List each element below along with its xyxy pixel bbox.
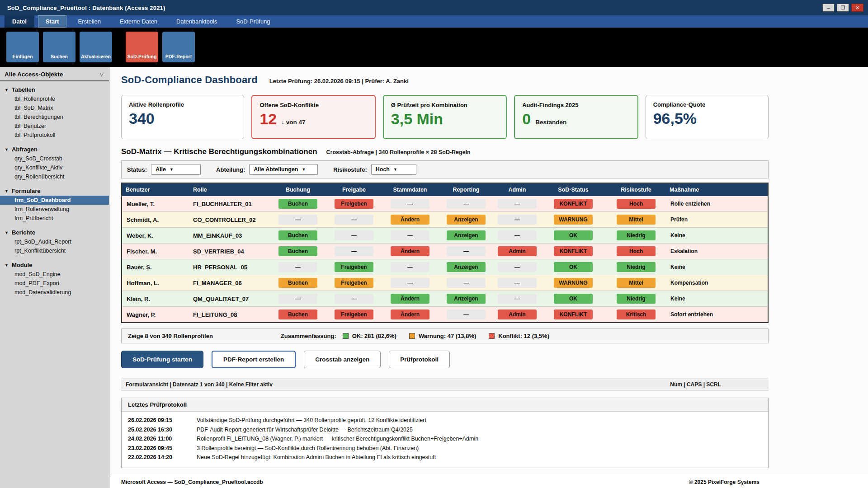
action-button[interactable]: SoD-Prüfung starten (121, 351, 203, 368)
nav-pane-header[interactable]: Alle Access-Objekte ▽ (0, 68, 109, 81)
kpi-label: Ø Prüfzeit pro Kombination (391, 102, 499, 108)
ribbon-tab[interactable]: Externe Daten (112, 15, 165, 28)
table-cell: — (382, 196, 438, 212)
cell-value: WARNUNG (554, 215, 593, 225)
nav-item[interactable]: tbl_Benutzer (0, 122, 109, 131)
ribbon-tab[interactable]: Start (38, 15, 67, 28)
nav-item[interactable]: rpt_Konfliktübersicht (0, 246, 109, 255)
cell-value: FI_MANAGER_06 (193, 280, 242, 286)
table-cell: Kompensation (666, 275, 768, 291)
ribbon-tab[interactable]: Erstellen (70, 15, 108, 28)
table-cell: Weber, K. (122, 228, 189, 244)
nav-group-header[interactable]: ▼ Module (0, 260, 109, 270)
table-row[interactable]: Klein, R. QM_QUALITAET_07 — (122, 291, 768, 307)
column-header[interactable]: Admin (494, 183, 540, 196)
ribbon-button[interactable]: PDF-Report (162, 32, 195, 62)
nav-items: mod_SoD_Engine mod_PDF_Export mod_Datenv… (0, 270, 109, 297)
nav-item[interactable]: qry_Rollenübersicht (0, 172, 109, 181)
table-cell: — (382, 259, 438, 275)
column-header[interactable]: SoD-Status (540, 183, 606, 196)
nav-item[interactable]: rpt_SoD_Audit_Report (0, 237, 109, 246)
nav-group-label: Formulare (12, 188, 41, 194)
column-header[interactable]: Stammdaten (382, 183, 438, 196)
column-header[interactable]: Rolle (189, 183, 270, 196)
table-row[interactable]: Fischer, M. SD_VERTRIEB_04 Buchen (122, 244, 768, 259)
cell-value: Freigeben (335, 199, 373, 209)
column-header[interactable]: Freigabe (326, 183, 382, 196)
ribbon-button[interactable]: Aktualisieren (80, 32, 112, 62)
column-header[interactable]: Maßnahme (666, 183, 768, 196)
filter-dropdown[interactable]: Alle ▼ (151, 164, 201, 175)
nav-item[interactable]: mod_Datenvalidierung (0, 288, 109, 297)
log-entry-date: 22.02.2026 14:20 (128, 453, 197, 462)
nav-item[interactable]: tbl_SoD_Matrix (0, 103, 109, 113)
cell-value: Niedrig (617, 262, 656, 272)
log-entry: 26.02.2026 09:15 Vollständige SoD-Prüfun… (128, 416, 762, 425)
ribbon-button[interactable]: Einfügen (6, 32, 39, 62)
nav-item[interactable]: tbl_Rollenprofile (0, 94, 109, 103)
ribbon-tab[interactable]: SoD-Prüfung (228, 15, 278, 28)
table-row[interactable]: Hoffman, L. FI_MANAGER_06 Buchen (122, 275, 768, 291)
nav-item[interactable]: qry_Konflikte_Aktiv (0, 163, 109, 172)
window-control-button[interactable]: – (822, 4, 835, 12)
nav-item[interactable]: frm_Prüfbericht (0, 214, 109, 223)
filter-dropdown[interactable]: Hoch ▼ (371, 164, 416, 175)
window-control-button[interactable]: ❐ (837, 4, 849, 12)
ribbon-button[interactable]: Suchen (43, 32, 75, 62)
table-cell: FI_LEITUNG_08 (189, 307, 270, 323)
nav-item[interactable]: frm_SoD_Dashboard (0, 196, 109, 205)
table-cell: — (438, 244, 494, 259)
cell-value: SD_VERTRIEB_04 (193, 248, 244, 255)
ribbon-tab[interactable]: Datei (5, 15, 34, 28)
action-button[interactable]: PDF-Report erstellen (212, 351, 296, 368)
column-header[interactable]: Reporting (438, 183, 494, 196)
table-cell: QM_QUALITAET_07 (189, 291, 270, 307)
cell-value: — (278, 262, 317, 272)
chevron-down-icon: ▽ (100, 71, 104, 77)
action-button[interactable]: Crosstab anzeigen (304, 351, 381, 368)
chevron-down-icon: ▼ (393, 167, 397, 172)
table-row[interactable]: Mueller, T. FI_BUCHHALTER_01 Buchen (122, 196, 768, 212)
column-header[interactable]: Buchung (270, 183, 326, 196)
cell-value: — (278, 294, 317, 304)
table-row[interactable]: Wagner, P. FI_LEITUNG_08 Buchen (122, 307, 768, 323)
cell-value: CO_CONTROLLER_02 (193, 216, 256, 223)
nav-group-header[interactable]: ▼ Formulare (0, 186, 109, 196)
table-cell: Niedrig (606, 259, 666, 275)
ribbon-button[interactable]: SoD-Prüfung (126, 32, 158, 62)
nav-item[interactable]: mod_PDF_Export (0, 279, 109, 288)
table-cell: Eskalation (666, 244, 768, 259)
collapse-triangle-icon: ▼ (5, 230, 9, 235)
table-cell: Freigeben (326, 275, 382, 291)
nav-item[interactable]: frm_Rollenverwaltung (0, 205, 109, 214)
cell-value: — (391, 278, 429, 288)
table-row[interactable]: Weber, K. MM_EINKAUF_03 Buchen (122, 228, 768, 244)
table-row[interactable]: Bauer, S. HR_PERSONAL_05 — (122, 259, 768, 275)
table-row[interactable]: Schmidt, A. CO_CONTROLLER_02 — (122, 212, 768, 228)
column-header[interactable]: Benutzer (122, 183, 189, 196)
action-button[interactable]: Prüfprotokoll (389, 351, 450, 368)
nav-group-header[interactable]: ▼ Abfragen (0, 145, 109, 154)
table-cell: WARNUNG (540, 275, 606, 291)
table-cell: Klein, R. (122, 291, 189, 307)
table-cell: — (494, 196, 540, 212)
filter-label: Risikostufe: (333, 166, 367, 173)
filter-dropdown[interactable]: Alle Abteilungen ▼ (249, 164, 318, 175)
nav-item[interactable]: qry_SoD_Crosstab (0, 154, 109, 163)
ribbon-tab[interactable]: Datenbanktools (169, 15, 225, 28)
nav-group-header[interactable]: ▼ Tabellen (0, 85, 109, 94)
legend-item: OK: 281 (82,6%) (343, 333, 396, 339)
nav-item[interactable]: mod_SoD_Engine (0, 270, 109, 279)
cell-value: Schmidt, A. (127, 216, 159, 223)
window-control-button[interactable]: ✕ (851, 4, 863, 12)
nav-item[interactable]: tbl_Berechtigungen (0, 113, 109, 122)
ribbon-button-label: Einfügen (13, 54, 33, 59)
window-controls: – ❐ ✕ (822, 4, 863, 12)
table-cell: Ändern (382, 212, 438, 228)
nav-pane-title: Alle Access-Objekte (5, 71, 63, 78)
nav-group-header[interactable]: ▼ Berichte (0, 228, 109, 237)
column-header[interactable]: Risikostufe (606, 183, 666, 196)
nav-item[interactable]: tbl_Prüfprotokoll (0, 131, 109, 140)
cell-value: — (447, 199, 486, 209)
kpi-value-row: 340 (129, 110, 236, 127)
